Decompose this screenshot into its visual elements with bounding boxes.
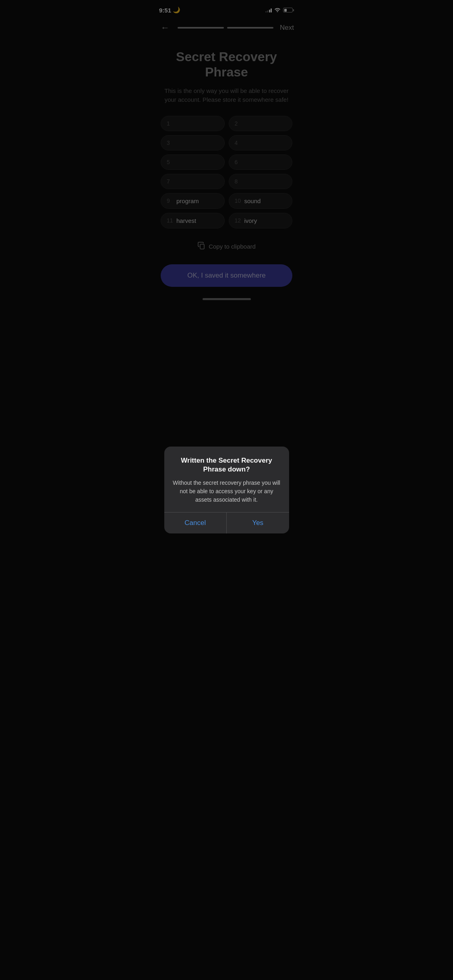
modal-overlay: Written the Secret Recovery Phrase down?… [151,0,302,327]
